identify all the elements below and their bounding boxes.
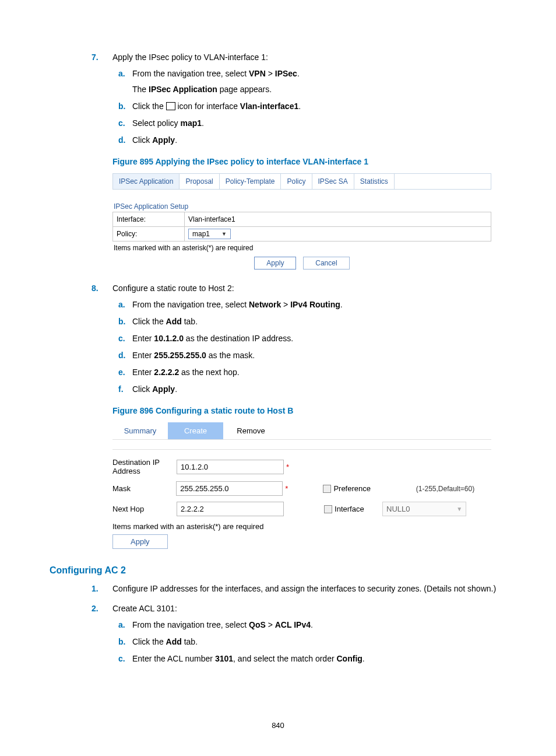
- figure-896: Summary Create Remove Destination IP Add…: [112, 422, 491, 549]
- step-7c: c. Select policy map1.: [112, 117, 506, 130]
- required-star: *: [286, 463, 289, 471]
- interface-value: Vlan-interface1: [185, 212, 491, 227]
- chevron-down-icon: ▼: [221, 231, 227, 237]
- figure-895-caption: Figure 895 Applying the IPsec policy to …: [112, 157, 506, 166]
- mask-input[interactable]: 255.255.255.0: [176, 481, 283, 496]
- box-icon: [166, 102, 175, 110]
- section-configuring-ac2: Configuring AC 2: [50, 565, 506, 576]
- step-8d: d. Enter 255.255.255.0 as the mask.: [112, 349, 506, 362]
- step-7d: d. Click Apply.: [112, 134, 506, 146]
- step-8a: a. From the navigation tree, select Netw…: [112, 299, 506, 311]
- step-7a: a. From the navigation tree, select VPN …: [112, 68, 506, 96]
- interface-select[interactable]: NULL0 ▼: [382, 502, 466, 516]
- mask-label: Mask: [112, 484, 176, 493]
- ac2-step-2a: a. From the navigation tree, select QoS …: [112, 619, 506, 631]
- tab-policy[interactable]: Policy: [281, 174, 312, 189]
- interface-label: Interface: [335, 505, 364, 513]
- figure-895: IPSec Application Proposal Policy-Templa…: [112, 173, 491, 270]
- ac2-step-2c: c. Enter the ACL number 3101, and select…: [112, 653, 506, 665]
- step-8f: f. Click Apply.: [112, 383, 506, 396]
- dest-ip-input[interactable]: 10.1.2.0: [177, 460, 284, 474]
- tab-policy-template[interactable]: Policy-Template: [220, 174, 281, 189]
- step-8-intro: Configure a static route to Host 2:: [112, 284, 506, 293]
- step-7-intro: Apply the IPsec policy to VLAN-interface…: [112, 52, 506, 62]
- ipsec-setup-table: Interface: Vlan-interface1 Policy: map1 …: [112, 212, 491, 242]
- route-tabs: Summary Create Remove: [112, 422, 491, 440]
- apply-button[interactable]: Apply: [112, 534, 168, 549]
- interface-select-value: NULL0: [386, 505, 410, 513]
- required-star: *: [285, 484, 288, 493]
- step-7b: b. Click the icon for interface Vlan-int…: [112, 100, 506, 113]
- apply-button[interactable]: Apply: [254, 257, 296, 270]
- tab-summary[interactable]: Summary: [112, 422, 168, 439]
- chevron-down-icon: ▼: [456, 506, 462, 512]
- ipsec-setup-title: IPSec Application Setup: [114, 202, 491, 211]
- cancel-button[interactable]: Cancel: [303, 257, 349, 270]
- tab-create[interactable]: Create: [168, 422, 223, 439]
- interface-label: Interface:: [113, 212, 185, 227]
- step-8c: c. Enter 10.1.2.0 as the destination IP …: [112, 332, 506, 345]
- ac2-step-1: 1. Configure IP addresses for the interf…: [50, 584, 506, 593]
- policy-select[interactable]: map1 ▼: [188, 229, 231, 239]
- nexthop-input[interactable]: 2.2.2.2: [177, 502, 284, 516]
- figure-896-caption: Figure 896 Configuring a static route to…: [112, 406, 506, 415]
- step-7: 7. Apply the IPsec policy to VLAN-interf…: [50, 52, 506, 270]
- step-8e: e. Enter 2.2.2.2 as the next hop.: [112, 366, 506, 379]
- step-8: 8. Configure a static route to Host 2: a…: [50, 284, 506, 549]
- required-note: Items marked with an asterisk(*) are req…: [112, 522, 491, 531]
- required-note: Items marked with an asterisk(*) are req…: [114, 244, 491, 252]
- step-7-number: 7.: [92, 52, 98, 62]
- tab-remove[interactable]: Remove: [223, 422, 279, 439]
- policy-select-value: map1: [192, 230, 210, 238]
- ac2-step-1-number: 1.: [92, 584, 98, 593]
- ipsec-tabs: IPSec Application Proposal Policy-Templa…: [112, 173, 491, 190]
- preference-label: Preference: [333, 484, 371, 493]
- preference-checkbox[interactable]: [323, 485, 331, 493]
- tab-statistics[interactable]: Statistics: [354, 174, 395, 189]
- tab-ipsec-sa[interactable]: IPSec SA: [312, 174, 354, 189]
- ac2-step-2b: b. Click the Add tab.: [112, 636, 506, 648]
- nexthop-label: Next Hop: [112, 505, 177, 513]
- ac2-step-2-number: 2.: [92, 604, 98, 613]
- dest-ip-label: Destination IP Address: [112, 458, 177, 475]
- ac2-step-1-text: Configure IP addresses for the interface…: [112, 584, 506, 593]
- page-number: 840: [0, 721, 556, 730]
- interface-checkbox[interactable]: [324, 505, 332, 513]
- ac2-step-2-intro: Create ACL 3101:: [112, 604, 506, 613]
- preference-hint: (1-255,Default=60): [416, 485, 491, 493]
- step-8-number: 8.: [92, 284, 98, 293]
- step-8b: b. Click the Add tab.: [112, 316, 506, 328]
- tab-proposal[interactable]: Proposal: [180, 174, 219, 189]
- policy-label: Policy:: [113, 227, 185, 242]
- tab-ipsec-application[interactable]: IPSec Application: [113, 174, 180, 189]
- ac2-step-2: 2. Create ACL 3101: a. From the navigati…: [50, 604, 506, 665]
